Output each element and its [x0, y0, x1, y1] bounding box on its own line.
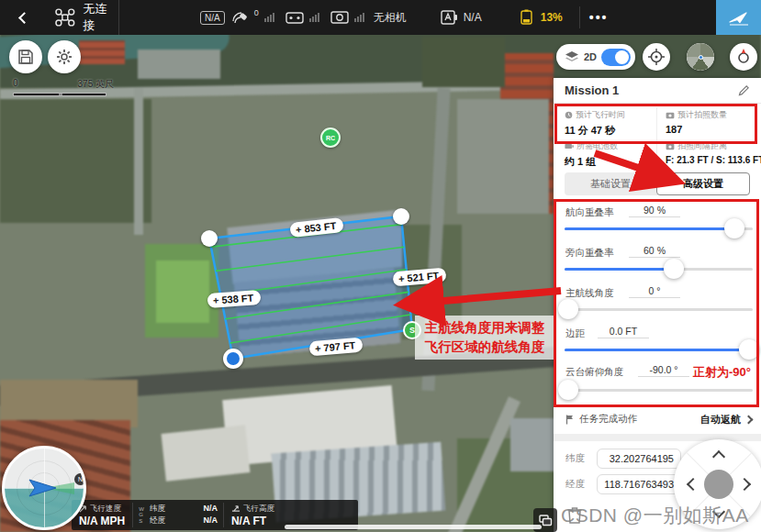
mission-panel: Mission 1 预计飞行时间 11 分 47 秒 [554, 78, 761, 532]
divider [579, 6, 580, 28]
datum-label: WGS [133, 500, 144, 530]
photo-count-icon [666, 112, 675, 119]
annotation-note-route-angle: 主航线角度用来调整 飞行区域的航线角度 [415, 316, 554, 360]
camera-icon [330, 10, 349, 25]
app-screen: S RC + 853 FT + 521 FT + 538 FT + 797 FT [0, 0, 761, 532]
mission-settings-button[interactable] [48, 40, 81, 73]
gps-count: 0 [254, 8, 259, 17]
slider-thumb[interactable] [558, 380, 578, 400]
aircraft-heading-icon [5, 449, 84, 527]
slider-route-angle[interactable] [565, 308, 753, 311]
slider-thumb[interactable] [558, 299, 578, 319]
nudge-left-button[interactable] [687, 478, 699, 491]
takeoff-plane-icon [728, 7, 750, 28]
chevron-right-icon [744, 415, 754, 424]
longitude-row: 经度 118.716763493 [565, 474, 681, 494]
slider-margin[interactable] [565, 349, 753, 351]
telemetry-altitude: 飞行高度 N/A FT [224, 500, 282, 530]
polygon-vertex-handle[interactable] [393, 208, 409, 225]
remote-controller-icon [285, 10, 304, 25]
minimap-button[interactable] [687, 43, 714, 71]
slider-value-side-overlap[interactable]: 60 % [629, 245, 680, 258]
battery-count-icon [565, 142, 574, 150]
video-signal-bars-icon [354, 13, 364, 22]
save-mission-button[interactable] [9, 40, 42, 73]
save-icon [17, 49, 34, 65]
slider-value-gimbal-pitch[interactable]: -90.0 ° [638, 364, 689, 377]
drone-icon [54, 6, 76, 28]
map-2d-label: 2D [584, 51, 597, 62]
nudge-center-knob[interactable] [704, 470, 733, 499]
flag-icon [565, 415, 575, 425]
drag-icon: + [295, 224, 302, 236]
slider-label-route-angle: 主航线角度 [565, 287, 614, 300]
gps-satellite-icon [230, 9, 249, 26]
polygon-vertex-handle[interactable] [201, 230, 218, 247]
takeoff-button[interactable] [716, 0, 761, 35]
battery-percent: 13% [541, 11, 563, 24]
camera-status: 无相机 [374, 10, 407, 26]
longitude-input[interactable]: 118.716763493 [597, 474, 681, 494]
stat-batteries-needed: 所需电池数 约 1 组 [565, 140, 656, 169]
rc-signal-bars-icon [309, 13, 319, 22]
stat-photo-interval: 拍照间隔距离 F: 21.3 FT / S: 113.6 FT [666, 140, 759, 165]
clock-icon [565, 111, 573, 119]
map-mode-toggle[interactable] [601, 49, 631, 66]
finish-action-row[interactable]: 任务完成动作 自动返航 [554, 408, 761, 430]
slider-label-margin: 边距 [565, 327, 585, 340]
settings-tabs: 基础设置 高级设置 [565, 172, 750, 195]
tab-advanced-settings[interactable]: 高级设置 [656, 172, 750, 195]
minimap-thumbnail [687, 43, 714, 71]
slider-label-gimbal-pitch: 云台俯仰角度 [565, 366, 623, 379]
gimbal-annotation-note: 正射为-90° [693, 364, 751, 381]
slider-value-course-overlap[interactable]: 90 % [629, 205, 680, 217]
mission-header: Mission 1 [554, 78, 761, 104]
gps-signal-bars-icon [264, 13, 274, 22]
back-button[interactable]: 无连接 [0, 0, 119, 35]
attitude-compass-widget: N [2, 446, 86, 530]
nudge-up-button[interactable] [712, 450, 725, 463]
watermark: CSDN @一别如斯AA [561, 503, 749, 528]
slider-label-course-overlap: 航向重叠率 [565, 206, 614, 219]
compass-reset-button[interactable] [730, 43, 757, 71]
scale-line [13, 93, 106, 96]
rc-location-marker: RC [320, 127, 341, 148]
edit-icon[interactable] [738, 84, 750, 96]
nudge-right-button[interactable] [738, 478, 751, 491]
slider-value-margin[interactable]: 0.0 FT [598, 326, 649, 338]
gear-icon [55, 48, 73, 66]
locate-button[interactable] [643, 43, 670, 71]
connection-status: 无连接 [84, 1, 118, 34]
slider-course-overlap[interactable] [565, 227, 753, 230]
altitude-icon [231, 504, 241, 513]
slider-value-route-angle[interactable]: 0 ° [629, 285, 680, 298]
top-status-bar: 无连接 N/A 0 [0, 0, 761, 35]
slider-gimbal-pitch[interactable] [565, 389, 753, 392]
more-button[interactable]: ••• [589, 10, 609, 25]
polygon-vertex-selected[interactable] [223, 349, 243, 369]
crosshair-icon [647, 48, 666, 66]
aircraft-mode-badge: N/A [200, 11, 225, 25]
slider-thumb[interactable] [664, 259, 684, 279]
map-scale-bar: 0 375 英尺 [13, 78, 114, 96]
drag-icon: + [213, 294, 219, 305]
drag-icon: + [315, 342, 321, 354]
stat-flight-time: 预计飞行时间 11 分 47 秒 [565, 109, 656, 138]
north-indicator: N [74, 473, 86, 485]
divider [656, 107, 657, 166]
back-icon [18, 12, 30, 24]
stat-photo-count: 预计拍照数量 187 [666, 109, 757, 135]
interval-icon [666, 143, 675, 150]
home-indicator[interactable] [285, 525, 542, 529]
latitude-input[interactable]: 32.202764195 [597, 449, 681, 469]
layers-icon [565, 50, 579, 63]
finish-action-value: 自动返航 [700, 413, 741, 427]
slider-thumb[interactable] [724, 218, 744, 238]
mission-title: Mission 1 [565, 83, 619, 97]
compass-needle-icon [734, 48, 753, 66]
mission-stats: 预计飞行时间 11 分 47 秒 预计拍照数量 187 所需 [554, 104, 761, 172]
slider-side-overlap[interactable] [565, 268, 753, 271]
telemetry-coords: 纬度N/A 经度N/A [144, 500, 223, 530]
tab-basic-settings[interactable]: 基础设置 [565, 172, 656, 195]
slider-thumb[interactable] [739, 339, 759, 360]
